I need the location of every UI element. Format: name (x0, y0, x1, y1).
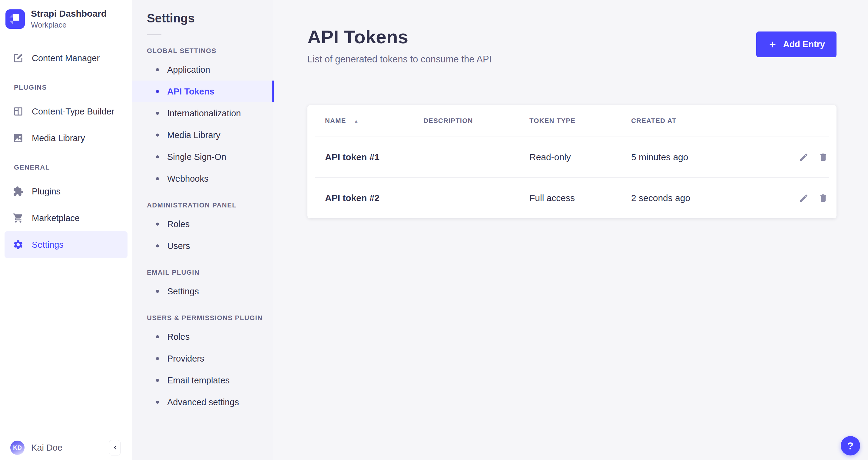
subnav-item-label: Email templates (167, 375, 229, 386)
pencil-icon (799, 152, 809, 162)
subnav-item-up-roles[interactable]: Roles (132, 326, 274, 348)
subnav-item-email-templates[interactable]: Email templates (132, 369, 274, 391)
subnav-item-single-sign-on[interactable]: Single Sign-On (132, 146, 274, 168)
subnav-title: Settings (147, 11, 274, 25)
page-header: API Tokens List of generated tokens to c… (274, 0, 868, 65)
subnav-item-label: Providers (167, 354, 205, 364)
subnav-item-api-tokens[interactable]: API Tokens (132, 81, 274, 102)
bullet-icon (156, 133, 159, 136)
subnav-item-providers[interactable]: Providers (132, 348, 274, 369)
sort-ascending-icon[interactable]: ▲ (354, 118, 359, 124)
table-row[interactable]: API token #2 Full access 2 seconds ago (307, 178, 837, 218)
sidebar-item-label: Media Library (32, 133, 85, 143)
sidebar-item-plugins[interactable]: Plugins (4, 178, 127, 205)
bullet-icon (156, 155, 159, 158)
user-name: Kai Doe (31, 443, 62, 453)
sidebar-footer: KD Kai Doe (0, 435, 132, 460)
bullet-icon (156, 68, 159, 71)
subnav-item-label: API Tokens (167, 87, 214, 97)
subnav-section-users-permissions-plugin: USERS & PERMISSIONS PLUGIN Roles Provide… (132, 314, 274, 413)
trash-icon (818, 193, 828, 203)
bullet-icon (156, 379, 159, 382)
settings-subnav: Settings GLOBAL SETTINGS Application API… (132, 0, 274, 460)
subnav-item-label: Roles (167, 332, 190, 342)
plus-icon (768, 40, 777, 49)
subnav-item-advanced-settings[interactable]: Advanced settings (132, 391, 274, 413)
table-header-row: NAME ▲ DESCRIPTION TOKEN TYPE CREATED AT (307, 105, 837, 136)
bullet-icon (156, 177, 159, 180)
subnav-item-media-library[interactable]: Media Library (132, 124, 274, 146)
workspace-brand: Strapi Dashboard Workplace (0, 0, 132, 38)
sidebar-item-media-library[interactable]: Media Library (4, 125, 127, 151)
add-entry-label: Add Entry (783, 39, 825, 49)
sidebar-item-label: Content Manager (32, 53, 100, 63)
subnav-section-global-settings: GLOBAL SETTINGS Application API Tokens I… (132, 47, 274, 190)
subnav-item-internationalization[interactable]: Internationalization (132, 102, 274, 124)
content-manager-icon (13, 53, 24, 64)
edit-token-button[interactable] (799, 152, 809, 162)
delete-token-button[interactable] (818, 152, 828, 162)
sidebar-item-content-type-builder[interactable]: Content-Type Builder (4, 98, 127, 125)
subnav-item-label: Internationalization (167, 109, 241, 118)
delete-token-button[interactable] (818, 193, 828, 203)
sidebar-section-general: GENERAL (14, 163, 132, 172)
marketplace-cart-icon (13, 213, 24, 223)
column-header-description: DESCRIPTION (424, 117, 529, 125)
subnav-item-label: Advanced settings (167, 397, 239, 407)
subnav-item-label: Webhooks (167, 174, 209, 184)
sidebar-section-plugins: PLUGINS (14, 84, 132, 91)
subnav-item-label: Settings (167, 286, 199, 297)
sidebar-item-label: Plugins (32, 187, 61, 196)
token-name: API token #2 (325, 193, 424, 203)
workspace-subtitle: Workplace (31, 21, 106, 29)
token-type: Read-only (529, 152, 631, 162)
edit-token-button[interactable] (799, 193, 809, 203)
row-actions (783, 152, 828, 162)
bullet-icon (156, 112, 159, 115)
table-row[interactable]: API token #1 Read-only 5 minutes ago (307, 137, 837, 178)
token-created-at: 2 seconds ago (631, 193, 783, 203)
subnav-item-label: Application (167, 65, 210, 75)
column-header-token-type: TOKEN TYPE (529, 117, 631, 125)
subnav-item-label: Roles (167, 219, 190, 229)
add-entry-button[interactable]: Add Entry (756, 31, 837, 57)
subnav-item-admin-roles[interactable]: Roles (132, 213, 274, 235)
main-sidebar: Strapi Dashboard Workplace Content Manag… (0, 0, 132, 460)
help-button[interactable]: ? (841, 436, 860, 456)
sidebar-item-settings[interactable]: Settings (4, 232, 127, 258)
subnav-section-header: USERS & PERMISSIONS PLUGIN (147, 314, 274, 321)
user-avatar[interactable]: KD (10, 440, 25, 455)
bullet-icon (156, 290, 159, 293)
token-type: Full access (529, 193, 631, 203)
subnav-section-email-plugin: EMAIL PLUGIN Settings (132, 269, 274, 302)
main-content: API Tokens List of generated tokens to c… (274, 0, 868, 460)
subnav-section-header: GLOBAL SETTINGS (147, 47, 274, 55)
sidebar-item-content-manager[interactable]: Content Manager (4, 45, 127, 71)
subnav-title-divider (147, 34, 161, 35)
bullet-icon (156, 222, 159, 225)
media-library-icon (13, 133, 24, 144)
sidebar-item-label: Settings (32, 240, 64, 250)
subnav-item-webhooks[interactable]: Webhooks (132, 168, 274, 190)
strapi-logo-icon (5, 9, 25, 29)
bullet-icon (156, 357, 159, 360)
subnav-item-label: Single Sign-On (167, 152, 226, 162)
bullet-icon (156, 90, 159, 93)
collapse-sidebar-button[interactable] (109, 440, 121, 456)
subnav-item-application[interactable]: Application (132, 59, 274, 81)
settings-gear-icon (13, 239, 24, 250)
token-name: API token #1 (325, 152, 424, 162)
workspace-title: Strapi Dashboard (31, 8, 106, 19)
sidebar-nav: Content Manager PLUGINS Content-Type Bui… (0, 38, 132, 435)
column-header-created-at: CREATED AT (631, 117, 783, 125)
question-mark-icon: ? (847, 440, 854, 452)
subnav-section-administration-panel: ADMINISTRATION PANEL Roles Users (132, 202, 274, 257)
subnav-item-label: Media Library (167, 130, 220, 140)
token-created-at: 5 minutes ago (631, 152, 783, 162)
bullet-icon (156, 244, 159, 247)
subnav-item-label: Users (167, 241, 190, 251)
sidebar-item-marketplace[interactable]: Marketplace (4, 205, 127, 232)
subnav-item-email-settings[interactable]: Settings (132, 280, 274, 302)
subnav-item-admin-users[interactable]: Users (132, 235, 274, 257)
column-header-name[interactable]: NAME ▲ (325, 117, 424, 125)
